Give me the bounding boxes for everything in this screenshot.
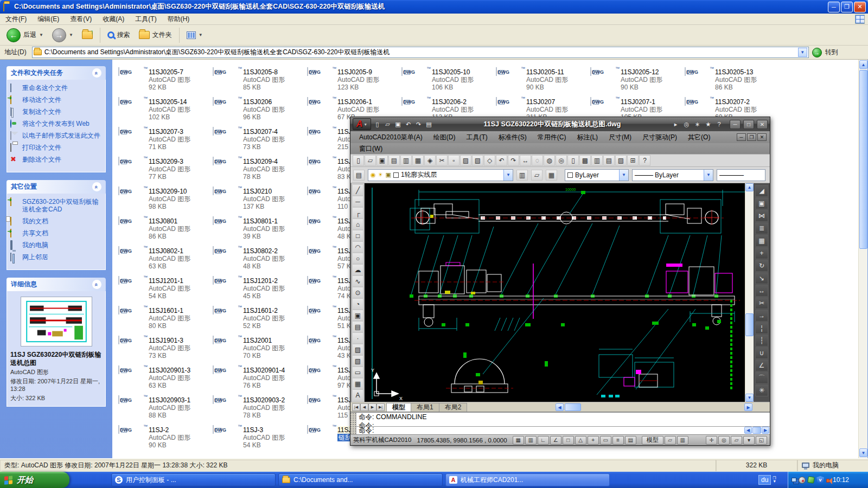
modify-tool-icon[interactable]: ◢ bbox=[755, 185, 768, 197]
chevron-down-icon[interactable]: ▼ bbox=[503, 170, 513, 181]
place-link[interactable]: 网上邻居 bbox=[10, 253, 102, 261]
scroll-down-button[interactable]: ▼ bbox=[745, 394, 754, 402]
toolbar-icon[interactable]: ▩ bbox=[579, 155, 591, 166]
maximize-button[interactable]: ❐ bbox=[841, 2, 853, 12]
task-link[interactable]: 重命名这个文件 bbox=[10, 84, 102, 92]
draw-tool-icon[interactable]: ⌂ bbox=[352, 219, 363, 230]
modify-tool-icon[interactable]: ≣ bbox=[755, 222, 768, 234]
draw-tool-icon[interactable]: ∿ bbox=[352, 275, 363, 287]
autocad-menu-item[interactable]: 标注(L) bbox=[571, 133, 603, 142]
views-button[interactable]: ▼ bbox=[183, 27, 206, 44]
status-tool-icon[interactable]: ◎ bbox=[718, 436, 730, 445]
modify-tool-icon[interactable]: ∠ bbox=[755, 359, 768, 371]
modify-tool-icon[interactable]: ∪ bbox=[755, 347, 768, 359]
draw-tool-icon[interactable]: ⊙ bbox=[352, 287, 363, 298]
toolbar-icon[interactable]: ◌ bbox=[532, 155, 543, 166]
draw-tool-icon[interactable]: ◠ bbox=[352, 241, 363, 253]
layer-previous-icon[interactable]: ▱ bbox=[531, 170, 542, 181]
modify-tool-icon[interactable]: → bbox=[755, 310, 768, 322]
file-tile[interactable]: ™ 11SJ0207-4 AutoCAD 图形 73 KB bbox=[213, 127, 306, 156]
collapse-chevron-icon[interactable]: « bbox=[92, 182, 101, 191]
place-link[interactable]: 我的电脑 bbox=[10, 241, 102, 249]
qat-icon[interactable]: ↶ bbox=[404, 120, 413, 129]
draw-tool-icon[interactable]: A bbox=[352, 389, 363, 401]
autocad-menu-item[interactable]: 标准件(S) bbox=[493, 133, 532, 142]
draw-tool-icon[interactable]: ┌ bbox=[352, 207, 363, 219]
lineweight-dropdown[interactable]: ———— bbox=[717, 169, 765, 181]
file-tile[interactable]: ™ 11SJ0209-4 AutoCAD 图形 78 KB bbox=[213, 157, 306, 185]
file-tile[interactable]: ™ 11SJ0205-10 AutoCAD 图形 106 KB bbox=[401, 68, 495, 96]
toolbar-icon[interactable]: ◇ bbox=[484, 155, 495, 166]
color-dropdown[interactable]: ByLayer ▼ bbox=[565, 169, 629, 181]
draw-tool-icon[interactable]: ▨ bbox=[352, 344, 363, 355]
infocenter-icon[interactable]: ∗ bbox=[693, 120, 702, 129]
autocad-menu-item[interactable]: 工具(T) bbox=[461, 133, 493, 142]
toolbar-icon[interactable]: ↷ bbox=[508, 155, 519, 166]
toolbar-icon[interactable]: ▤ bbox=[388, 155, 400, 166]
file-tile[interactable]: ™ 11SJ1601-2 AutoCAD 图形 52 KB bbox=[213, 306, 306, 335]
draw-tool-icon[interactable]: · bbox=[352, 332, 363, 344]
task-link[interactable]: 移动这个文件 bbox=[10, 96, 102, 104]
file-tile[interactable]: ™ 11SJ1201-1 AutoCAD 图形 54 KB bbox=[118, 277, 212, 305]
file-tile[interactable]: ™ 11SJ0207-3 AutoCAD 图形 71 KB bbox=[118, 127, 212, 156]
toolbar-icon[interactable]: ▦ bbox=[412, 155, 424, 166]
language-bar[interactable]: du ❐▼ bbox=[758, 475, 776, 485]
command-window[interactable]: 命令: COMMANDLINE 命令: 命令: ◀ ▶ bbox=[350, 412, 770, 434]
address-input[interactable]: C:\Documents and Settings\Administrator\… bbox=[32, 47, 809, 58]
autocad-close-button[interactable]: ✕ bbox=[757, 120, 768, 129]
toolbar-icon[interactable]: ⊞ bbox=[627, 155, 639, 166]
status-toggle[interactable]: ∟ bbox=[538, 436, 549, 445]
menu-item[interactable]: 查看(V) bbox=[65, 15, 97, 24]
folders-button[interactable]: 文件夹 bbox=[136, 27, 175, 44]
speaker-icon[interactable] bbox=[826, 479, 829, 483]
autocad-menu-item[interactable]: AutoCAD2010菜单(A) bbox=[354, 133, 428, 142]
hscroll-left[interactable]: ◀ bbox=[556, 403, 564, 411]
file-tile[interactable]: ™ 11SJ0205-8 AutoCAD 图形 85 KB bbox=[213, 68, 306, 96]
modify-tool-icon[interactable]: ✳ bbox=[755, 384, 768, 396]
toolbar-icon[interactable]: ✂ bbox=[436, 155, 448, 166]
collapse-chevron-icon[interactable]: « bbox=[92, 280, 101, 289]
minimize-button[interactable]: ─ bbox=[828, 2, 840, 12]
file-tile[interactable]: ™ 11SJ0205-7 AutoCAD 图形 92 KB bbox=[118, 68, 212, 96]
last-tab-button[interactable]: ▶| bbox=[376, 403, 385, 411]
status-toggle[interactable]: ▤ bbox=[625, 436, 636, 445]
cmd-scroll-left[interactable]: ◀ bbox=[744, 427, 752, 434]
file-tile[interactable]: ™ 11SJ-3 AutoCAD 图形 54 KB bbox=[213, 426, 306, 454]
file-tile[interactable]: ™ 11SJ020901-4 AutoCAD 图形 76 KB bbox=[213, 366, 306, 394]
status-toggle[interactable]: ▥ bbox=[525, 436, 537, 445]
modify-tool-icon[interactable]: ↔ bbox=[755, 285, 768, 297]
taskbar-task-button[interactable]: A 机械工程师CAD201... bbox=[445, 473, 610, 486]
security-shield-icon[interactable]: v bbox=[816, 476, 824, 484]
chevron-down-icon[interactable]: ▼ bbox=[619, 170, 628, 181]
file-tile[interactable]: ™ 11SJ020903-2 AutoCAD 图形 78 KB bbox=[213, 396, 306, 424]
file-tile[interactable]: ™ 11SJ-2 AutoCAD 图形 90 KB bbox=[118, 426, 212, 454]
toolbar-icon[interactable]: ▤ bbox=[603, 155, 615, 166]
search-button[interactable]: 搜索 bbox=[104, 27, 133, 44]
scroll-thumb[interactable] bbox=[859, 70, 867, 249]
draw-tool-icon[interactable]: ▭ bbox=[352, 367, 363, 378]
ime-indicator[interactable]: du bbox=[758, 475, 771, 485]
status-toggle[interactable]: + bbox=[588, 436, 599, 445]
toolbar-icon[interactable]: ◎ bbox=[556, 155, 567, 166]
task-link[interactable]: 以电子邮件形式发送此文件 bbox=[10, 132, 102, 139]
task-link[interactable]: 打印这个文件 bbox=[10, 144, 102, 151]
drawing-quickview-icon[interactable]: ▥ bbox=[677, 436, 688, 445]
autocad-menu-item[interactable]: 尺寸驱动(P) bbox=[637, 133, 682, 142]
explorer-scrollbar[interactable]: ▲ ▼ bbox=[858, 60, 867, 458]
close-button[interactable]: ✕ bbox=[854, 2, 866, 12]
go-label[interactable]: 转到 bbox=[825, 48, 838, 57]
toolbar-icon[interactable]: ▣ bbox=[376, 155, 388, 166]
toolbar-icon[interactable]: ▯ bbox=[353, 155, 364, 166]
status-toggle[interactable]: ∠ bbox=[550, 436, 561, 445]
toolbar-icon[interactable]: ▱ bbox=[365, 155, 376, 166]
file-tile[interactable]: ™ 11SJ0801 AutoCAD 图形 86 KB bbox=[118, 217, 212, 245]
antivirus-icon[interactable] bbox=[807, 476, 815, 484]
file-tile[interactable]: ™ 11SJ020901-3 AutoCAD 图形 63 KB bbox=[118, 366, 212, 394]
doc-close-button[interactable]: ✕ bbox=[757, 133, 767, 141]
draw-tool-icon[interactable]: ◔ bbox=[352, 298, 363, 310]
task-link[interactable]: ✖删除这个文件 bbox=[10, 156, 102, 163]
scroll-thumb[interactable] bbox=[745, 313, 754, 336]
file-tile[interactable]: ™ 11SJ0209-3 AutoCAD 图形 77 KB bbox=[118, 157, 212, 185]
modify-tool-icon[interactable]: ¦ bbox=[755, 322, 768, 334]
taskbar-task-button[interactable]: S 用户控制面板 - ... bbox=[111, 473, 276, 486]
